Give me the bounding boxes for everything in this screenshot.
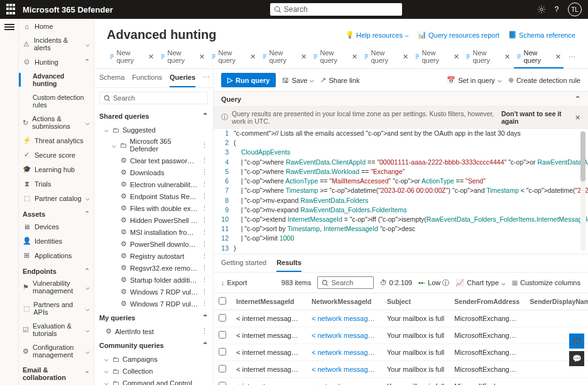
nav-applications[interactable]: ⊞Applications bbox=[19, 248, 94, 263]
more-icon[interactable]: ⋮ bbox=[201, 192, 208, 200]
network-message-link[interactable]: < network message ID > bbox=[307, 361, 382, 378]
nav-devices[interactable]: 🖥Devices bbox=[19, 219, 94, 234]
results-search[interactable]: Search bbox=[317, 276, 374, 289]
close-icon[interactable]: ✕ bbox=[250, 53, 256, 61]
export-button[interactable]: ↓Export bbox=[221, 279, 247, 286]
tab-getting-started[interactable]: Getting started bbox=[221, 254, 266, 272]
more-icon[interactable]: ⋮ bbox=[201, 288, 208, 296]
customize-columns-button[interactable]: ⊞Customize columns bbox=[512, 279, 580, 287]
folder-m365-defender[interactable]: ⌵🗀Microsoft 365 Defender⋮ bbox=[94, 136, 213, 155]
chart-type-button[interactable]: 📈Chart type ⌵ bbox=[455, 279, 506, 287]
nav-partner-catalog[interactable]: ⬚Partner catalog⌵ bbox=[19, 191, 94, 205]
close-icon[interactable]: ✕ bbox=[555, 53, 561, 61]
settings-icon[interactable] bbox=[534, 2, 549, 17]
more-icon[interactable]: ⋮ bbox=[201, 228, 208, 236]
folder-suggested[interactable]: ⌵🗀Suggested bbox=[94, 124, 213, 136]
more-icon[interactable]: ⋮ bbox=[201, 180, 208, 188]
close-icon[interactable]: ✕ bbox=[148, 53, 154, 61]
more-icon[interactable]: ⋮ bbox=[201, 252, 208, 260]
more-icon[interactable]: ⋮ bbox=[201, 168, 208, 176]
query-item[interactable]: ⚙Startup folder additions⋮ bbox=[94, 274, 213, 286]
query-item[interactable]: ⚙Regsvr32.exe remote scriptlets⋮ bbox=[94, 262, 213, 274]
nav-hunting[interactable]: ⊙Hunting⌃ bbox=[19, 55, 94, 69]
nav-home[interactable]: ⌂Home bbox=[19, 19, 94, 33]
query-tab[interactable]: New query✕ bbox=[107, 46, 156, 68]
nav-partners-apis[interactable]: ⬚Partners and APIs⌵ bbox=[19, 298, 94, 319]
run-query-button[interactable]: ▷Run query bbox=[221, 73, 276, 87]
network-message-link[interactable]: < network message ID > bbox=[307, 344, 382, 361]
nav-incidents-alerts[interactable]: ⚠Incidents & alerts⌵ bbox=[19, 33, 94, 55]
query-alertinfo-test[interactable]: ⚙AlertInfo test⋮ bbox=[94, 325, 213, 337]
community-queries-header[interactable]: Community queries⌃ bbox=[94, 337, 213, 353]
query-item[interactable]: ⚙Downloads⋮ bbox=[94, 166, 213, 178]
close-icon[interactable]: ✕ bbox=[301, 53, 307, 61]
query-tab[interactable]: New query✕ bbox=[463, 46, 513, 68]
column-header[interactable]: SenderFromAddress bbox=[449, 293, 525, 310]
query-tab[interactable]: New query✕ bbox=[158, 46, 207, 68]
nav-identities[interactable]: 👤Identities bbox=[19, 234, 94, 248]
table-row[interactable]: < internet message ID > < network messag… bbox=[214, 361, 588, 378]
query-item[interactable]: ⚙Hidden PowerShell window⋮ bbox=[94, 214, 213, 226]
my-queries-header[interactable]: My queries⌃ bbox=[94, 310, 213, 325]
community-folder[interactable]: ⌵🗀Campaigns bbox=[94, 353, 213, 365]
close-icon[interactable]: ✕ bbox=[454, 53, 459, 61]
query-tab[interactable]: New query✕ bbox=[361, 46, 411, 68]
nav-threat-analytics[interactable]: ⚡Threat analytics bbox=[19, 133, 94, 148]
column-header[interactable]: Subject bbox=[382, 293, 449, 310]
tab-results[interactable]: Results bbox=[276, 254, 302, 272]
more-icon[interactable]: ⋮ bbox=[201, 276, 208, 284]
code-editor[interactable]: 123456789101112131415161718192021 "c-com… bbox=[214, 129, 588, 254]
hamburger-icon[interactable] bbox=[4, 24, 14, 30]
query-tab[interactable]: New query✕ bbox=[514, 46, 564, 68]
network-message-link[interactable]: < network message ID > bbox=[307, 327, 382, 344]
global-search[interactable]: Search bbox=[270, 3, 402, 16]
nav-eval-tutorials[interactable]: ☑Evaluation & tutorials⌵ bbox=[19, 319, 94, 340]
table-row[interactable]: < internet message ID > < network messag… bbox=[214, 310, 588, 327]
query-item[interactable]: ⚙Registry autostart⋮ bbox=[94, 250, 213, 262]
query-tab[interactable]: New query✕ bbox=[310, 46, 360, 68]
column-header[interactable]: SenderDisplayName bbox=[525, 293, 588, 310]
row-checkbox[interactable] bbox=[219, 348, 226, 355]
nav-vulnerability-management[interactable]: ⚑Vulnerability management⌵ bbox=[19, 276, 94, 298]
network-message-link[interactable]: < network message ID > bbox=[307, 378, 382, 386]
nav-actions-submissions[interactable]: ↻Actions & submissions⌵ bbox=[19, 112, 94, 133]
tab-schema[interactable]: Schema bbox=[99, 69, 124, 87]
help-resources-link[interactable]: 💡Help resources ⌵ bbox=[346, 31, 409, 39]
query-item[interactable]: ⚙Endpoint Status Report⋮ bbox=[94, 190, 213, 202]
query-tab[interactable]: New query✕ bbox=[259, 46, 309, 68]
query-item[interactable]: ⚙MSI installation from the web⋮ bbox=[94, 226, 213, 238]
app-launcher-icon[interactable] bbox=[6, 4, 18, 15]
nav-investigations[interactable]: 🔍Investigations bbox=[19, 382, 94, 385]
query-item[interactable]: ⚙Files with double extensions⋮ bbox=[94, 202, 213, 214]
query-panel-header[interactable]: Query⌃ bbox=[214, 92, 588, 107]
schema-reference-link[interactable]: 📘Schema reference bbox=[508, 31, 575, 39]
community-folder[interactable]: ⌵🗀Collection bbox=[94, 365, 213, 377]
select-all-checkbox[interactable] bbox=[219, 297, 226, 305]
community-folder[interactable]: ⌵🗀Command and Control bbox=[94, 377, 213, 385]
column-header[interactable]: NetworkMessageId bbox=[307, 293, 382, 310]
share-link-button[interactable]: ↗Share link bbox=[320, 76, 359, 84]
nav-email-collab-heading[interactable]: Email & collaboration⌃ bbox=[19, 362, 94, 382]
query-item[interactable]: ⚙Windows 7 RDP vulnerability (un...⋮ bbox=[94, 298, 213, 310]
query-item[interactable]: ⚙Windows 7 RDP vulnerability (mit...⋮ bbox=[94, 286, 213, 298]
table-row[interactable]: < internet message ID > < network messag… bbox=[214, 378, 588, 386]
row-checkbox[interactable] bbox=[219, 382, 226, 385]
more-icon[interactable]: ⋯ bbox=[203, 69, 210, 87]
shared-queries-header[interactable]: Shared queries⌃ bbox=[94, 108, 213, 124]
row-checkbox[interactable] bbox=[219, 365, 226, 372]
row-checkbox[interactable] bbox=[219, 331, 226, 339]
more-icon[interactable]: ⋮ bbox=[201, 264, 208, 272]
close-icon[interactable]: ✕ bbox=[352, 53, 357, 61]
query-item[interactable]: ⚙Clear text passwords in the registry⋮ bbox=[94, 155, 213, 166]
scrollbar-thumb[interactable] bbox=[580, 131, 585, 182]
save-button[interactable]: 🖫Save ⌵ bbox=[282, 76, 314, 84]
create-detection-rule-button[interactable]: ⊕Create detection rule bbox=[508, 76, 580, 84]
network-message-link[interactable]: < network message ID > bbox=[307, 310, 382, 327]
user-avatar[interactable]: TL bbox=[568, 3, 582, 16]
more-icon[interactable]: ⋮ bbox=[201, 204, 208, 212]
nav-trials[interactable]: ⧗Trials bbox=[19, 176, 94, 191]
table-row[interactable]: < internet message ID > < network messag… bbox=[214, 344, 588, 361]
more-icon[interactable]: ⋮ bbox=[201, 300, 208, 308]
close-icon[interactable]: ✕ bbox=[575, 114, 580, 121]
column-header[interactable]: InternetMessageId bbox=[231, 293, 307, 310]
